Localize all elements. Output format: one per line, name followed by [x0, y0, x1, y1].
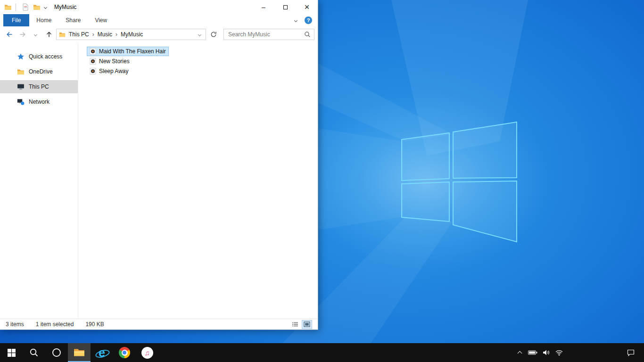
navigation-pane: Quick access OneDrive This PC Network [0, 42, 78, 319]
action-center-icon [627, 349, 635, 356]
file-name: Sleep Away [99, 68, 129, 74]
cortana-button[interactable] [45, 343, 68, 362]
taskbar-search-button[interactable] [23, 343, 45, 362]
file-item[interactable]: Sleep Away [87, 66, 132, 76]
file-explorer-window: MyMusic – × File Home Share View ? [0, 0, 318, 330]
tab-home[interactable]: Home [29, 14, 58, 26]
music-file-icon [90, 58, 96, 65]
network-icon [17, 98, 25, 106]
file-explorer-icon [74, 347, 85, 358]
music-file-icon [90, 48, 96, 55]
search-box[interactable] [223, 29, 314, 40]
new-folder-button[interactable] [31, 3, 42, 11]
up-button[interactable] [43, 28, 55, 41]
selection-size: 190 KB [85, 321, 104, 328]
sidebar-item-label: OneDrive [29, 68, 53, 75]
speaker-icon [542, 349, 550, 356]
close-button[interactable]: × [296, 0, 318, 14]
tab-share[interactable]: Share [58, 14, 88, 26]
sidebar-item-network[interactable]: Network [0, 95, 78, 108]
breadcrumb-this-pc[interactable]: This PC [66, 31, 92, 38]
volume-button[interactable] [539, 343, 553, 362]
sidebar-item-onedrive[interactable]: OneDrive [0, 65, 78, 78]
itunes-icon: ♫ [141, 347, 153, 359]
show-hidden-icons-button[interactable] [513, 343, 526, 362]
details-view-button[interactable] [290, 320, 300, 329]
taskbar-internet-explorer-button[interactable]: e [91, 343, 113, 362]
new-folder-icon [33, 3, 41, 11]
minimize-button[interactable]: – [253, 0, 274, 14]
pc-icon [17, 83, 25, 90]
expand-ribbon-chevron-icon[interactable] [294, 18, 297, 22]
star-icon [17, 53, 25, 60]
properties-icon [22, 3, 29, 11]
system-tray [513, 343, 644, 362]
arrow-left-icon [6, 31, 13, 38]
maximize-icon [283, 5, 288, 9]
cortana-icon [52, 348, 61, 357]
forward-button[interactable] [17, 28, 28, 41]
action-center-button[interactable] [620, 343, 641, 362]
search-icon [29, 348, 39, 357]
arrow-up-icon [45, 31, 53, 38]
folder-icon [17, 68, 25, 75]
large-icons-view-button[interactable] [302, 320, 312, 329]
file-name: Maid With The Flaxen Hair [99, 48, 166, 55]
search-input[interactable] [227, 31, 304, 38]
wifi-icon [555, 350, 563, 356]
address-bar: This PC › Music › MyMusic [0, 26, 318, 42]
back-button[interactable] [3, 28, 15, 41]
sidebar-item-quick-access[interactable]: Quick access [0, 50, 78, 63]
customize-quick-access-toolbar-button[interactable] [42, 6, 49, 8]
breadcrumb[interactable]: This PC › Music › MyMusic [56, 29, 206, 40]
chevron-down-icon [44, 5, 47, 8]
file-item[interactable]: Maid With The Flaxen Hair [87, 47, 169, 56]
network-status-button[interactable] [553, 343, 566, 362]
details-view-icon [291, 321, 299, 328]
selection-count: 1 item selected [36, 321, 74, 328]
window-controls: – × [253, 0, 318, 14]
large-icons-view-icon [303, 321, 311, 328]
chevron-down-icon [198, 33, 201, 36]
window-title: MyMusic [54, 4, 76, 10]
properties-button[interactable] [20, 3, 31, 11]
taskbar-itunes-button[interactable]: ♫ [136, 343, 158, 362]
address-dropdown-button[interactable] [196, 33, 204, 36]
window-folder-icon [4, 3, 12, 11]
maximize-button[interactable] [274, 0, 296, 14]
ribbon-tab-bar: File Home Share View ? [0, 14, 318, 26]
tab-file[interactable]: File [3, 14, 29, 26]
sidebar-item-label: Quick access [29, 53, 62, 60]
file-item[interactable]: New Stories [87, 57, 132, 66]
item-count: 3 items [6, 321, 24, 328]
recent-locations-button[interactable] [30, 28, 41, 41]
sidebar-item-label: This PC [29, 83, 49, 90]
battery-status-button[interactable] [526, 343, 539, 362]
sidebar-item-this-pc[interactable]: This PC [0, 80, 78, 93]
breadcrumb-mymusic[interactable]: MyMusic [117, 31, 146, 38]
battery-icon [528, 350, 537, 355]
tab-view[interactable]: View [88, 14, 114, 26]
status-bar: 3 items 1 item selected 190 KB [0, 319, 318, 329]
title-bar[interactable]: MyMusic – × [0, 0, 318, 14]
location-folder-icon [59, 31, 66, 38]
taskbar-chrome-button[interactable] [113, 343, 136, 362]
music-file-icon [90, 68, 96, 74]
refresh-button[interactable] [207, 28, 219, 41]
taskbar-file-explorer-button[interactable] [68, 343, 91, 362]
chevron-down-icon [34, 33, 37, 36]
quick-access-toolbar-divider [16, 3, 16, 11]
file-list[interactable]: Maid With The Flaxen Hair New Stories Sl… [78, 42, 318, 319]
file-name: New Stories [99, 58, 130, 65]
windows-logo-icon [8, 349, 16, 357]
help-button[interactable]: ? [305, 16, 312, 24]
taskbar: e ♫ [0, 343, 644, 362]
breadcrumb-music[interactable]: Music [94, 31, 116, 38]
sidebar-item-label: Network [29, 99, 50, 105]
internet-explorer-icon: e [95, 346, 108, 359]
start-button[interactable] [0, 343, 23, 362]
arrow-right-icon [19, 31, 26, 38]
chrome-icon [119, 347, 130, 358]
refresh-icon [210, 31, 217, 38]
search-icon [304, 31, 311, 38]
